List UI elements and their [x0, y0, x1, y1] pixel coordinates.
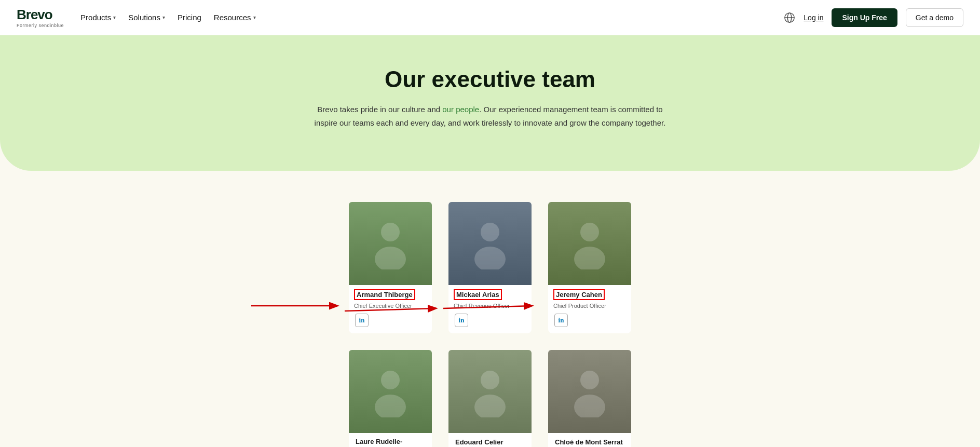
card-title-armand: Chief Executive Officer	[354, 302, 427, 309]
svg-point-15	[474, 395, 506, 417]
logo[interactable]: Brevo Formerly sendinblue	[17, 7, 64, 28]
card-title-mickael: Chief Revenue Officer	[454, 302, 526, 309]
nav-left: Brevo Formerly sendinblue Products ▾ Sol…	[17, 7, 256, 28]
svg-point-16	[580, 371, 599, 389]
page-title: Our executive team	[10, 66, 970, 92]
svg-point-14	[481, 371, 499, 389]
svg-point-3	[381, 223, 400, 241]
card-info-mickael: Mickael Arias Chief Revenue Officer in	[448, 285, 532, 327]
linkedin-button-mickael[interactable]: in	[455, 314, 468, 327]
svg-point-5	[481, 223, 499, 241]
card-name-chloe: Chloé de Mont Serrat	[553, 438, 624, 446]
globe-icon[interactable]	[784, 12, 795, 23]
login-link[interactable]: Log in	[804, 13, 823, 22]
chevron-down-icon: ▾	[162, 15, 165, 20]
team-card-armand: Armand Thiberge Chief Executive Officer …	[349, 202, 432, 333]
signup-button[interactable]: Sign Up Free	[832, 8, 897, 27]
nav-solutions[interactable]: Solutions ▾	[128, 13, 165, 22]
card-name-jeremy: Jeremy Cahen	[553, 289, 605, 300]
chevron-down-icon: ▾	[113, 15, 116, 20]
card-name-mickael: Mickael Arias	[454, 289, 502, 300]
team-photo-mickael	[448, 202, 532, 285]
svg-point-7	[580, 223, 599, 241]
team-photo-jeremy	[548, 202, 631, 285]
team-card-jeremy: Jeremy Cahen Chief Product Officer in	[548, 202, 631, 333]
linkedin-button-armand[interactable]: in	[355, 314, 369, 327]
team-photo-armand	[349, 202, 432, 285]
team-card-edouard: Edouard Celier Chief Financial Officer	[448, 350, 532, 447]
team-section: Armand Thiberge Chief Executive Officer …	[10, 202, 970, 447]
card-info-armand: Armand Thiberge Chief Executive Officer …	[349, 285, 432, 327]
logo-text: Brevo	[17, 7, 64, 23]
navbar: Brevo Formerly sendinblue Products ▾ Sol…	[0, 0, 980, 35]
nav-pricing[interactable]: Pricing	[178, 13, 201, 22]
nav-resources[interactable]: Resources ▾	[214, 13, 256, 22]
hero-link[interactable]: our people	[442, 105, 479, 114]
card-name-laure: Laure Rudelle-Arnaud	[354, 437, 427, 447]
svg-point-12	[381, 371, 400, 389]
card-info-chloe: Chloé de Mont Serrat Chief Strategy Offi…	[548, 433, 631, 447]
team-photo-edouard	[448, 350, 532, 433]
nav-right: Log in Sign Up Free Get a demo	[784, 8, 963, 27]
svg-point-4	[375, 247, 406, 269]
card-title-jeremy: Chief Product Officer	[553, 302, 626, 309]
team-photo-chloe	[548, 350, 631, 433]
team-row-1: Armand Thiberge Chief Executive Officer …	[334, 202, 646, 333]
card-info-laure: Laure Rudelle-Arnaud Chief People & Impa…	[349, 433, 432, 447]
team-photo-laure	[349, 350, 432, 433]
get-demo-button[interactable]: Get a demo	[906, 8, 963, 27]
svg-point-13	[375, 395, 406, 417]
card-name-edouard: Edouard Celier	[454, 438, 505, 446]
team-card-chloe: Chloé de Mont Serrat Chief Strategy Offi…	[548, 350, 631, 447]
team-card-laure: Laure Rudelle-Arnaud Chief People & Impa…	[349, 350, 432, 447]
chevron-down-icon: ▾	[253, 15, 256, 20]
logo-subtext: Formerly sendinblue	[17, 23, 64, 28]
team-card-mickael: Mickael Arias Chief Revenue Officer in	[448, 202, 532, 333]
team-row-2: Laure Rudelle-Arnaud Chief People & Impa…	[334, 350, 646, 447]
svg-point-17	[574, 395, 605, 417]
card-info-edouard: Edouard Celier Chief Financial Officer	[448, 433, 532, 447]
hero-section: Our executive team Brevo takes pride in …	[0, 35, 980, 171]
card-info-jeremy: Jeremy Cahen Chief Product Officer in	[548, 285, 631, 327]
linkedin-button-jeremy[interactable]: in	[554, 314, 568, 327]
nav-links: Products ▾ Solutions ▾ Pricing Resources…	[80, 13, 255, 22]
svg-point-6	[474, 247, 506, 269]
nav-products[interactable]: Products ▾	[80, 13, 116, 22]
hero-description: Brevo takes pride in our culture and our…	[314, 103, 666, 129]
card-name-armand: Armand Thiberge	[354, 289, 415, 300]
main-content: Armand Thiberge Chief Executive Officer …	[0, 171, 980, 447]
svg-point-8	[574, 247, 605, 269]
